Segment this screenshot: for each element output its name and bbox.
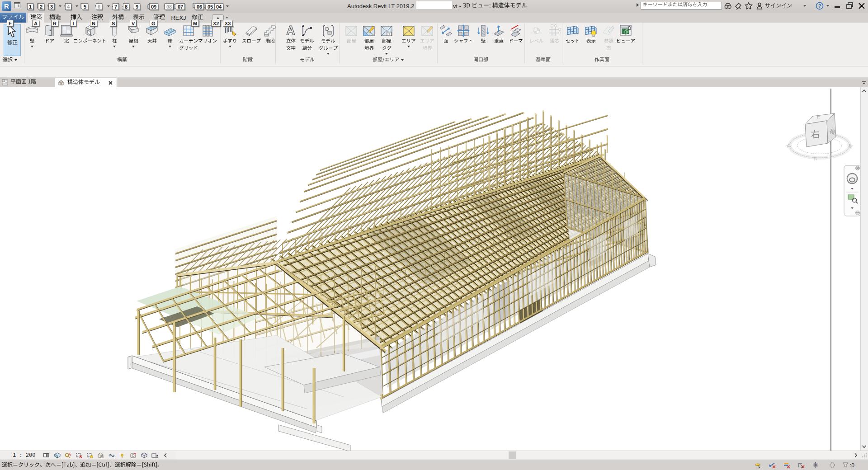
svg-text:1: 1 bbox=[388, 33, 390, 36]
svg-text:?: ? bbox=[818, 3, 821, 9]
svg-text:-1: -1 bbox=[533, 26, 536, 30]
